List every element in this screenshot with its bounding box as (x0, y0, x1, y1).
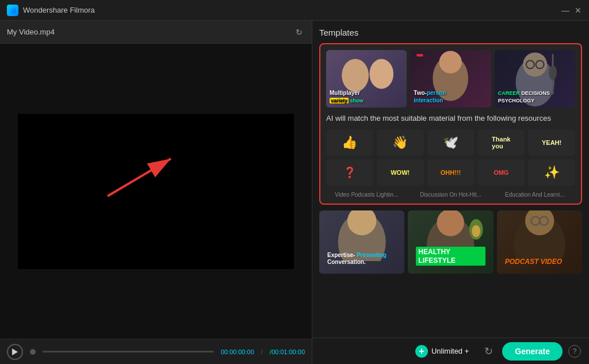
emoji-omg[interactable]: OMG (477, 159, 525, 186)
svg-point-20 (472, 225, 481, 237)
template-cards-row: Multiplayer variety show (326, 50, 575, 108)
file-bar: My Video.mp4 ↻ (0, 21, 312, 44)
template-card-1[interactable]: Multiplayer variety show (326, 50, 407, 108)
unlimited-button[interactable]: + Unlimited + (410, 342, 475, 361)
emoji-sparkle[interactable]: ✨ (528, 159, 575, 186)
template-sublabel-1: variety show (330, 98, 364, 104)
play-button[interactable] (7, 344, 23, 360)
emoji-thumbs-up[interactable]: 👍 (326, 129, 373, 156)
refresh-icon[interactable]: ↻ (293, 26, 305, 38)
template-label-2: Two-personinteraction (414, 90, 446, 104)
time-divider: / (261, 348, 263, 355)
video-player (18, 114, 294, 269)
unlimited-label: Unlimited + (431, 347, 469, 355)
lower-thumb-label-2: HEALTHYLIFESTYLE (416, 247, 485, 266)
lower-thumb-1[interactable]: Expertise- PresentingConversation. (319, 210, 404, 274)
emoji-yeah[interactable]: YEAH! (528, 129, 575, 156)
svg-marker-3 (12, 348, 18, 355)
bottom-label-1: Video Podcasts Lightin... (326, 191, 407, 198)
time-current: 00:00:00:00 (221, 348, 254, 355)
lower-thumb-label-3: PODCAST VIDEO (505, 258, 574, 266)
lower-thumb-3[interactable]: PODCAST VIDEO (497, 210, 582, 274)
refresh-action-button[interactable]: ↻ (480, 343, 496, 359)
app-logo (7, 5, 18, 16)
emoji-question[interactable]: ❓ (326, 159, 373, 186)
file-name: My Video.mp4 (7, 28, 55, 36)
template-label-1: Multiplayer (330, 90, 360, 96)
main-layout: My Video.mp4 ↻ (0, 21, 589, 364)
template-label-3: CAREER (498, 90, 522, 96)
help-button[interactable]: ? (568, 345, 581, 358)
svg-rect-8 (417, 54, 423, 56)
app-title: Wondershare Filmora (23, 6, 95, 14)
progress-dot (30, 349, 36, 355)
red-arrow (102, 150, 182, 202)
emoji-ohh[interactable]: OHH!!! (427, 159, 475, 186)
svg-line-2 (108, 159, 171, 196)
window-controls: — ✕ (561, 6, 582, 14)
emoji-thank-you[interactable]: Thankyou (477, 129, 525, 156)
svg-point-7 (439, 51, 462, 73)
generate-button[interactable]: Generate (502, 342, 563, 361)
templates-popup: Multiplayer variety show (319, 43, 582, 205)
emoji-wow[interactable]: WOW! (377, 159, 424, 186)
time-total: /00:01:00:00 (270, 348, 305, 355)
template-card-3[interactable]: CAREER DECISIONS PSYCHOLOGY (495, 50, 575, 108)
lower-thumb-2[interactable]: HEALTHYLIFESTYLE (408, 210, 493, 274)
info-text: AI will match the most suitable material… (326, 113, 575, 124)
lower-thumb-label-1: Expertise- PresentingConversation. (327, 252, 396, 266)
progress-bar[interactable] (43, 351, 214, 352)
bottom-label-2: Discussion On Hot-Hit... (410, 191, 491, 198)
template-card-2[interactable]: Two-personinteraction (410, 50, 491, 108)
controls-bar: 00:00:00:00 / /00:01:00:00 (0, 339, 312, 364)
title-bar: Wondershare Filmora — ✕ (0, 0, 589, 21)
minimize-button[interactable]: — (561, 6, 569, 14)
svg-point-5 (369, 59, 393, 89)
svg-point-14 (549, 66, 557, 80)
svg-point-0 (9, 7, 16, 14)
plus-icon: + (415, 345, 428, 358)
emoji-bird[interactable]: 🕊️ (427, 129, 475, 156)
title-bar-left: Wondershare Filmora (7, 5, 95, 16)
lower-thumbnails: Expertise- PresentingConversation. HEALT… (319, 210, 582, 274)
left-panel: My Video.mp4 ↻ (0, 21, 312, 364)
action-bar: + Unlimited + ↻ Generate ? (312, 338, 589, 364)
video-preview (0, 44, 312, 339)
right-panel: Templates Multiplayer variety show (312, 21, 589, 364)
svg-point-4 (342, 59, 369, 91)
bottom-labels-row: Video Podcasts Lightin... Discussion On … (326, 191, 575, 198)
emoji-wave[interactable]: 👋 (377, 129, 424, 156)
close-button[interactable]: ✕ (574, 6, 582, 14)
bottom-label-3: Education And Learni... (495, 191, 575, 198)
emoji-grid: 👍 👋 🕊️ Thankyou YEAH! ❓ WOW! OHH!!! OMG … (326, 129, 575, 186)
panel-title: Templates (319, 28, 582, 37)
